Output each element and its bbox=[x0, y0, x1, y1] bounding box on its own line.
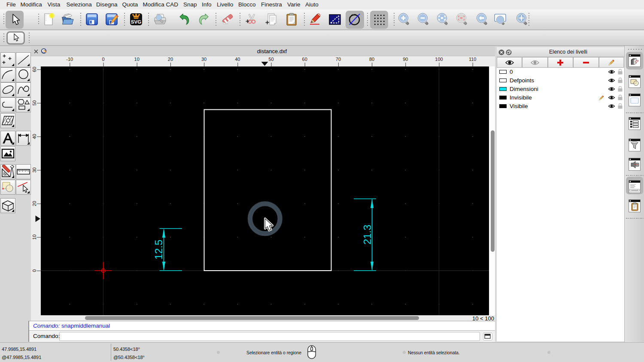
svg-text:100: 100 bbox=[435, 57, 443, 62]
svg-text:40: 40 bbox=[235, 57, 240, 62]
svg-text:10: 10 bbox=[32, 235, 37, 240]
svg-text:20: 20 bbox=[32, 201, 37, 206]
svg-text:21.3: 21.3 bbox=[361, 225, 373, 245]
svg-text:10: 10 bbox=[134, 57, 140, 62]
svg-text:0: 0 bbox=[102, 57, 104, 62]
svg-text:12.5: 12.5 bbox=[153, 240, 164, 260]
svg-text:90: 90 bbox=[403, 57, 408, 62]
svg-text:0: 0 bbox=[32, 269, 37, 272]
svg-text:60: 60 bbox=[302, 57, 307, 62]
svg-text:-10: -10 bbox=[66, 57, 73, 62]
svg-text:30: 30 bbox=[32, 167, 37, 172]
svg-text:40: 40 bbox=[32, 134, 37, 139]
svg-text:30: 30 bbox=[201, 57, 207, 62]
svg-text:command: command bbox=[631, 190, 638, 191]
svg-text:20: 20 bbox=[168, 57, 173, 62]
svg-text:SVG: SVG bbox=[131, 19, 141, 24]
svg-text:60: 60 bbox=[32, 67, 37, 72]
svg-text:70: 70 bbox=[336, 57, 341, 62]
svg-text:50: 50 bbox=[32, 100, 37, 106]
svg-text:80: 80 bbox=[369, 57, 374, 62]
svg-text:110: 110 bbox=[469, 57, 477, 62]
svg-text:50: 50 bbox=[268, 57, 273, 62]
